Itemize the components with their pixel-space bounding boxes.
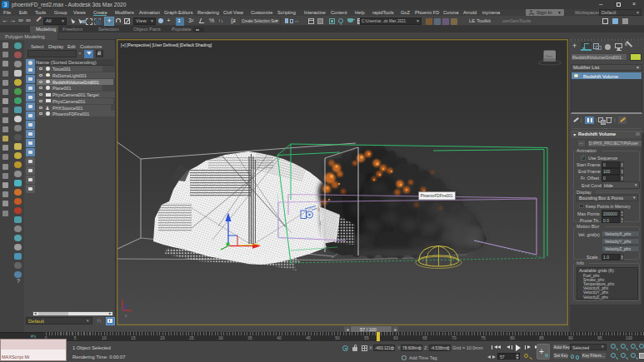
svg-text:PhoenixFDFire001: PhoenixFDFire001 (421, 194, 453, 198)
svg-text:[+] [Perspective] [User Define: [+] [Perspective] [User Defined] [Defaul… (121, 42, 212, 47)
svg-text:Front: Front (546, 55, 552, 58)
